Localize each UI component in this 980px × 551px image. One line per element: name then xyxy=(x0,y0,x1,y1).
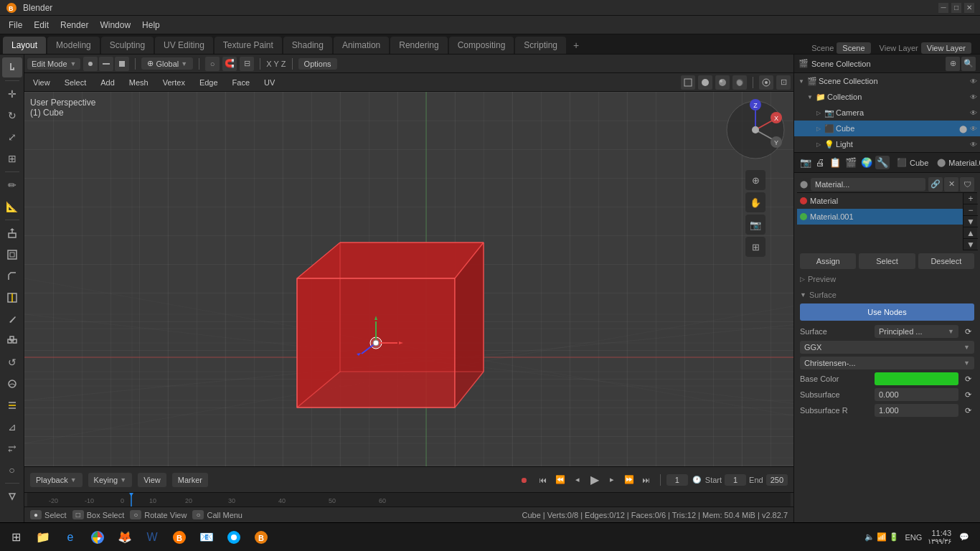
camera-eye[interactable]: 👁 xyxy=(970,109,977,117)
ggx-dropdown[interactable]: GGX ▼ xyxy=(800,341,974,354)
outliner-search[interactable]: 🔍 xyxy=(961,57,976,71)
tab-uv-editing[interactable]: UV Editing xyxy=(155,37,213,54)
taskbar-app2[interactable]: 📧 xyxy=(194,524,220,550)
cube-eye[interactable]: 👁 xyxy=(970,125,977,133)
play-button[interactable]: ▶ xyxy=(587,472,603,488)
collection-eye[interactable]: 👁 xyxy=(970,93,977,101)
subsurface-r-reset[interactable]: ⟳ xyxy=(961,404,974,417)
menu-edit[interactable]: Edit xyxy=(28,17,55,33)
prev-frame-button[interactable]: ⏪ xyxy=(552,472,568,488)
move-tool[interactable]: ✛ xyxy=(2,84,22,104)
object-props-icon[interactable]: 🔧 xyxy=(875,156,890,169)
window-controls[interactable]: ─ □ ✕ xyxy=(938,3,974,13)
keying-dropdown[interactable]: Keying ▼ xyxy=(88,473,133,487)
menu-render[interactable]: Render xyxy=(55,17,94,33)
inset-tool[interactable] xyxy=(2,245,22,265)
subsurface-r-value[interactable]: 1.000 xyxy=(875,404,958,417)
shear-tool[interactable]: ⥂ xyxy=(2,438,22,458)
mode-dropdown[interactable]: Edit Mode ▼ xyxy=(27,58,80,70)
maximize-button[interactable]: □ xyxy=(951,3,961,13)
material-unlink[interactable]: ✕ xyxy=(944,177,958,192)
playback-dropdown[interactable]: Playback ▼ xyxy=(30,473,83,487)
solid-shading[interactable] xyxy=(698,75,712,90)
transform-dropdown[interactable]: ⊕ Global ▼ xyxy=(141,57,193,70)
knife-tool[interactable] xyxy=(2,309,22,329)
rip-tool[interactable] xyxy=(2,486,22,507)
world-props-icon[interactable]: 🌍 xyxy=(859,156,874,169)
clock-display[interactable]: 11:43 ۱۳۹۹/۳۶ xyxy=(928,529,951,545)
material-new[interactable]: 🔗 xyxy=(928,177,943,192)
edge-slide-tool[interactable] xyxy=(2,395,22,415)
tab-compositing[interactable]: Compositing xyxy=(449,37,514,54)
taskbar-word[interactable]: W xyxy=(139,524,165,550)
tab-sculpting[interactable]: Sculpting xyxy=(101,37,154,54)
em-face[interactable]: Face xyxy=(227,75,255,90)
tab-modeling[interactable]: Modeling xyxy=(47,37,100,54)
taskbar-app3[interactable] xyxy=(221,524,247,550)
notification-button[interactable]: 💬 xyxy=(957,530,971,545)
em-view[interactable]: View xyxy=(27,75,56,90)
material-preview-shading[interactable] xyxy=(715,75,730,90)
measure-tool[interactable]: 📐 xyxy=(2,197,22,217)
surface-section-header[interactable]: ▼ Surface xyxy=(797,288,977,301)
em-select[interactable]: Select xyxy=(59,75,93,90)
outliner-filter[interactable]: ⊕ xyxy=(946,57,960,71)
pan-button[interactable]: ✋ xyxy=(745,192,765,212)
material-extra[interactable]: 🛡 xyxy=(960,177,974,192)
end-frame-field[interactable]: 250 xyxy=(766,474,788,486)
rendered-shading[interactable] xyxy=(732,75,747,90)
scale-tool[interactable]: ⤢ xyxy=(2,127,22,147)
base-color-reset[interactable]: ⟳ xyxy=(961,372,974,385)
loop-cut-tool[interactable] xyxy=(2,288,22,308)
scene-collection-item[interactable]: ▼ 🎬 Scene Collection 👁 xyxy=(794,73,980,89)
base-color-swatch[interactable] xyxy=(875,372,958,385)
taskbar-app1[interactable]: B xyxy=(166,524,192,550)
menu-help[interactable]: Help xyxy=(136,17,166,33)
light-item[interactable]: ▷ 💡 Light 👁 xyxy=(794,136,980,152)
xray-toggle[interactable]: ⊡ xyxy=(776,75,791,90)
deselect-button[interactable]: Deselect xyxy=(918,253,974,269)
surface-value-dropdown[interactable]: Principled ... ▼ xyxy=(875,325,958,338)
bevel-tool[interactable] xyxy=(2,266,22,286)
start-button[interactable]: ⊞ xyxy=(3,524,29,550)
light-eye[interactable]: 👁 xyxy=(970,141,977,149)
rotate-tool[interactable]: ↻ xyxy=(2,105,22,126)
record-button[interactable]: ⏺ xyxy=(517,472,532,488)
taskbar-firefox[interactable]: 🦊 xyxy=(112,524,138,550)
tab-rendering[interactable]: Rendering xyxy=(390,37,447,54)
menu-window[interactable]: Window xyxy=(94,17,136,33)
preview-section[interactable]: ▷ Preview xyxy=(797,272,977,285)
marker-dropdown[interactable]: Marker xyxy=(172,473,208,487)
scene-props-icon[interactable]: 🎬 xyxy=(844,156,858,169)
current-frame-field[interactable]: 1 xyxy=(666,474,688,486)
material-down-button[interactable]: ▼ xyxy=(963,216,978,227)
tab-texture-paint[interactable]: Texture Paint xyxy=(215,37,282,54)
material-add-button[interactable]: + xyxy=(963,193,978,204)
to-sphere-tool[interactable]: ○ xyxy=(2,460,22,480)
taskbar-blender[interactable]: B xyxy=(248,524,274,550)
taskbar-edge[interactable]: e xyxy=(57,524,83,550)
spin-tool[interactable]: ↺ xyxy=(2,352,22,372)
tab-shading[interactable]: Shading xyxy=(283,37,332,54)
jump-start-button[interactable]: ⏮ xyxy=(535,472,551,488)
edge-select-mode[interactable] xyxy=(99,57,113,71)
zoom-button[interactable]: ⊕ xyxy=(745,170,765,190)
use-nodes-button[interactable]: Use Nodes xyxy=(800,303,974,321)
scene-collection-eye[interactable]: 👁 xyxy=(970,77,977,85)
collection-item[interactable]: ▼ 📁 Collection 👁 xyxy=(794,89,980,105)
shrink-fatten-tool[interactable]: ⊿ xyxy=(2,417,22,437)
next-frame-button[interactable]: ⏩ xyxy=(621,472,637,488)
minimize-button[interactable]: ─ xyxy=(938,3,948,13)
em-vertex[interactable]: Vertex xyxy=(157,75,191,90)
extrude-tool[interactable] xyxy=(2,223,22,243)
material-scroll-down[interactable]: ▼ xyxy=(963,239,978,250)
material-remove-button[interactable]: − xyxy=(963,204,978,216)
surface-reset[interactable]: ⟳ xyxy=(961,325,974,338)
wireframe-shading[interactable] xyxy=(681,75,695,90)
overlay-toggle[interactable] xyxy=(759,75,773,90)
menu-file[interactable]: File xyxy=(3,17,28,33)
assign-button[interactable]: Assign xyxy=(800,253,856,269)
tab-scripting[interactable]: Scripting xyxy=(515,37,566,54)
polyloop-tool[interactable] xyxy=(2,331,22,351)
taskbar-explorer[interactable]: 📁 xyxy=(30,524,56,550)
